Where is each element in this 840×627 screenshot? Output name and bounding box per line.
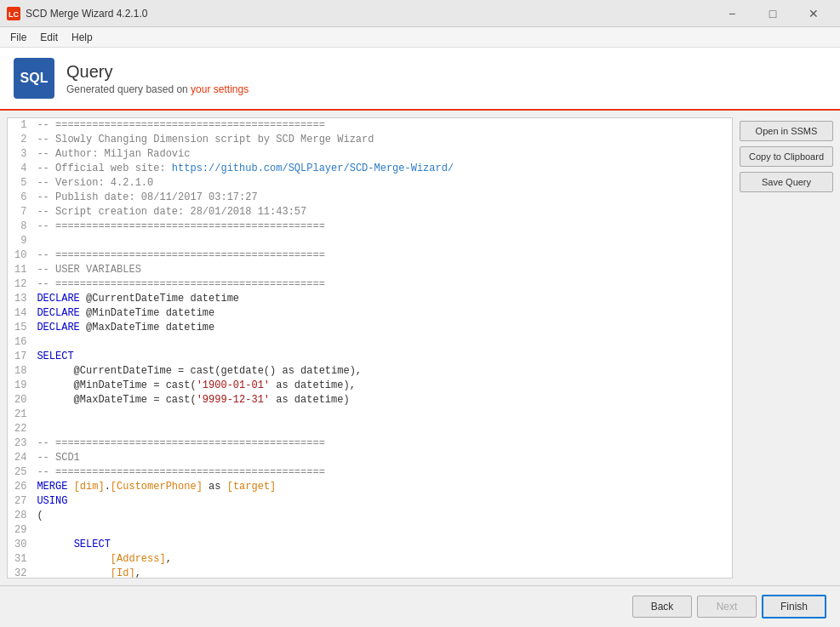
line-number: 28 [8, 509, 33, 523]
line-number: 22 [8, 422, 33, 436]
line-code: @MaxDateTime = cast('9999-12-31' as date… [33, 393, 732, 408]
table-row: 26MERGE [dim].[CustomerPhone] as [target… [8, 480, 732, 494]
line-code: MERGE [dim].[CustomerPhone] as [target] [33, 480, 732, 494]
header-title: Query [66, 62, 249, 82]
line-number: 15 [8, 321, 33, 335]
svg-text:LC: LC [9, 10, 19, 19]
footer: Back Next Finish [0, 585, 840, 627]
table-row: 20 @MaxDateTime = cast('9999-12-31' as d… [8, 393, 732, 408]
line-number: 21 [8, 408, 33, 422]
line-code: -- Script creation date: 28/01/2018 11:4… [33, 205, 732, 219]
maximize-button[interactable]: □ [753, 0, 792, 27]
app-icon: LC [7, 7, 20, 20]
header: SQL Query Generated query based on your … [0, 48, 840, 111]
table-row: 32 [Id], [8, 567, 732, 578]
line-code: ( [33, 509, 732, 523]
save-query-button[interactable]: Save Query [740, 172, 833, 192]
open-ssms-button[interactable]: Open in SSMS [740, 121, 833, 141]
menu-file[interactable]: File [3, 30, 33, 45]
line-number: 13 [8, 292, 33, 306]
main-content: 1-- ====================================… [0, 111, 840, 585]
line-code: DECLARE @MaxDateTime datetime [33, 321, 732, 335]
table-row: 2-- Slowly Changing Dimension script by … [8, 133, 732, 147]
line-number: 20 [8, 393, 33, 408]
line-number: 24 [8, 451, 33, 465]
line-number: 1 [8, 118, 33, 133]
table-row: 11-- USER VARIABLES [8, 263, 732, 277]
line-code: -- =====================================… [33, 465, 732, 480]
minimize-button[interactable]: − [712, 0, 751, 27]
table-row: 13DECLARE @CurrentDateTime datetime [8, 292, 732, 306]
line-code [33, 335, 732, 350]
line-code: SELECT [33, 350, 732, 364]
line-code: -- Official web site: https://github.com… [33, 162, 732, 176]
line-number: 19 [8, 379, 33, 393]
table-row: 23-- ===================================… [8, 436, 732, 451]
table-row: 21 [8, 408, 732, 422]
close-button[interactable]: ✕ [794, 0, 833, 27]
line-number: 25 [8, 465, 33, 480]
line-code: [Address], [33, 552, 732, 567]
line-number: 10 [8, 248, 33, 263]
table-row: 8-- ====================================… [8, 219, 732, 234]
line-number: 11 [8, 263, 33, 277]
table-row: 3-- Author: Miljan Radovic [8, 147, 732, 162]
line-number: 14 [8, 306, 33, 321]
copy-clipboard-button[interactable]: Copy to Clipboard [740, 146, 833, 167]
line-code: -- =====================================… [33, 277, 732, 292]
settings-link[interactable]: your settings [191, 83, 249, 95]
code-container: 1-- ====================================… [7, 117, 733, 579]
table-row: 7-- Script creation date: 28/01/2018 11:… [8, 205, 732, 219]
code-scroll[interactable]: 1-- ====================================… [8, 118, 732, 578]
table-row: 5-- Version: 4.2.1.0 [8, 176, 732, 191]
next-button[interactable]: Next [697, 596, 757, 618]
line-code [33, 234, 732, 248]
line-code: SELECT [33, 538, 732, 552]
title-bar: LC SCD Merge Wizard 4.2.1.0 − □ ✕ [0, 0, 840, 27]
line-code [33, 523, 732, 538]
line-code: -- =====================================… [33, 118, 732, 133]
table-row: 28( [8, 509, 732, 523]
header-subtitle: Generated query based on your settings [66, 83, 249, 95]
line-number: 32 [8, 567, 33, 578]
table-row: 10-- ===================================… [8, 248, 732, 263]
header-text: Query Generated query based on your sett… [66, 62, 249, 95]
line-code: -- =====================================… [33, 248, 732, 263]
sql-badge: SQL [14, 58, 54, 99]
line-number: 23 [8, 436, 33, 451]
line-code: -- Version: 4.2.1.0 [33, 176, 732, 191]
line-number: 18 [8, 364, 33, 379]
finish-button[interactable]: Finish [762, 595, 826, 618]
table-row: 1-- ====================================… [8, 118, 732, 133]
line-number: 7 [8, 205, 33, 219]
line-number: 16 [8, 335, 33, 350]
line-number: 3 [8, 147, 33, 162]
table-row: 16 [8, 335, 732, 350]
line-code: USING [33, 494, 732, 509]
back-button[interactable]: Back [632, 596, 692, 618]
table-row: 22 [8, 422, 732, 436]
table-row: 27USING [8, 494, 732, 509]
menu-edit[interactable]: Edit [33, 30, 65, 45]
github-link[interactable]: https://github.com/SQLPlayer/SCD-Merge-W… [172, 162, 454, 174]
table-row: 15DECLARE @MaxDateTime datetime [8, 321, 732, 335]
table-row: 18 @CurrentDateTime = cast(getdate() as … [8, 364, 732, 379]
table-row: 4-- Official web site: https://github.co… [8, 162, 732, 176]
line-code: -- =====================================… [33, 436, 732, 451]
code-table: 1-- ====================================… [8, 118, 732, 578]
window-controls: − □ ✕ [712, 0, 833, 27]
line-number: 4 [8, 162, 33, 176]
line-number: 2 [8, 133, 33, 147]
line-number: 31 [8, 552, 33, 567]
line-code: -- =====================================… [33, 219, 732, 234]
table-row: 19 @MinDateTime = cast('1900-01-01' as d… [8, 379, 732, 393]
line-code [33, 408, 732, 422]
window-title: SCD Merge Wizard 4.2.1.0 [26, 8, 712, 20]
line-code: -- Author: Miljan Radovic [33, 147, 732, 162]
table-row: 9 [8, 234, 732, 248]
line-number: 17 [8, 350, 33, 364]
line-number: 12 [8, 277, 33, 292]
line-number: 30 [8, 538, 33, 552]
line-number: 27 [8, 494, 33, 509]
menu-help[interactable]: Help [65, 30, 100, 45]
